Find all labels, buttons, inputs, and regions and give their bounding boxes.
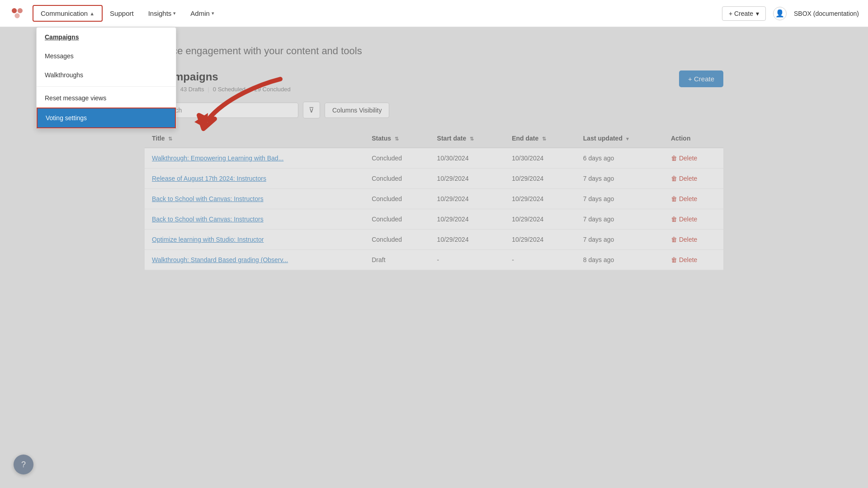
- dropdown-walkthroughs[interactable]: Walkthroughs: [37, 66, 176, 84]
- svg-point-2: [14, 13, 19, 18]
- dropdown-campaigns[interactable]: Campaigns: [37, 28, 176, 47]
- dropdown-voting-settings[interactable]: Voting settings: [37, 108, 176, 128]
- org-name-label: SBOX (documentation): [794, 10, 859, 17]
- nav-insights-chevron: ▾: [173, 10, 176, 16]
- user-profile-button[interactable]: 👤: [773, 7, 787, 20]
- nav-communication-label: Communication: [41, 9, 88, 17]
- nav-admin[interactable]: Admin ▾: [183, 6, 222, 21]
- svg-point-0: [12, 8, 17, 13]
- top-navigation: Communication ▲ Support Insights ▾ Admin…: [0, 0, 868, 27]
- nav-communication[interactable]: Communication ▲: [33, 5, 103, 22]
- global-create-chevron: ▾: [756, 10, 759, 17]
- nav-insights-label: Insights: [148, 9, 172, 17]
- nav-admin-chevron: ▾: [212, 10, 214, 16]
- global-create-button[interactable]: + Create ▾: [722, 6, 766, 21]
- svg-point-1: [18, 8, 23, 13]
- nav-admin-label: Admin: [190, 9, 210, 17]
- nav-communication-chevron: ▲: [90, 11, 94, 16]
- nav-support[interactable]: Support: [103, 6, 141, 21]
- user-profile-icon: 👤: [775, 9, 784, 18]
- logo[interactable]: [9, 5, 25, 22]
- dropdown-messages[interactable]: Messages: [37, 47, 176, 66]
- global-create-label: + Create: [729, 10, 753, 17]
- nav-insights[interactable]: Insights ▾: [141, 6, 184, 21]
- dropdown-reset-message-views[interactable]: Reset message views: [37, 89, 176, 108]
- nav-right-section: + Create ▾ 👤 SBOX (documentation): [722, 6, 859, 21]
- communication-dropdown: Campaigns Messages Walkthroughs Reset me…: [36, 27, 176, 129]
- nav-support-label: Support: [110, 9, 134, 17]
- dropdown-divider: [37, 86, 176, 87]
